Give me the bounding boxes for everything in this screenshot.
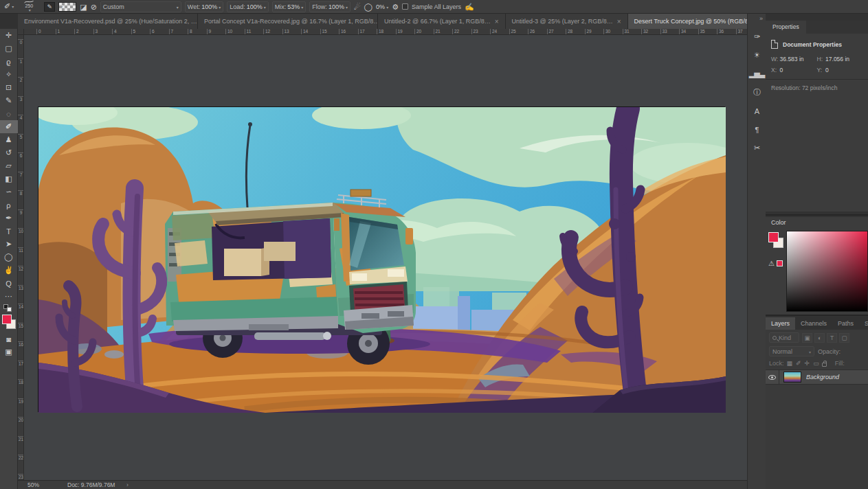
lock-label: Lock: — [769, 360, 784, 367]
smoothing-value[interactable]: 0% — [376, 3, 388, 10]
visibility-cell[interactable] — [766, 370, 779, 384]
foreground-color-swatch[interactable] — [2, 315, 12, 324]
ruler-number: 35 — [698, 29, 705, 35]
w-value[interactable]: 36.583 in — [780, 56, 817, 62]
status-flyout-arrow-icon[interactable]: › — [126, 481, 129, 488]
gamut-warning[interactable]: ⚠ — [768, 260, 783, 267]
crop-tool[interactable]: ⊡ — [0, 81, 18, 94]
brush-settings-icon[interactable]: ✑ — [748, 27, 766, 46]
smudge-tool[interactable]: ∽ — [0, 185, 18, 198]
load-control[interactable]: Load: 100% — [227, 1, 269, 12]
blend-mode-select[interactable]: Normal — [769, 346, 814, 356]
mixer-combination-select[interactable]: Custom — [100, 1, 181, 12]
h-value[interactable]: 17.056 in — [825, 56, 863, 62]
move-tool[interactable]: ✛ — [0, 29, 18, 42]
tab-color[interactable]: Color — [766, 217, 868, 229]
adjustments-icon[interactable]: ☀ — [748, 46, 766, 65]
lock-position-icon[interactable]: ✛ — [805, 360, 810, 367]
close-icon[interactable]: × — [617, 18, 621, 25]
ruler-vertical[interactable]: 01234567891011121314151617181920212223 — [18, 35, 24, 480]
dodge-tool[interactable]: ρ — [0, 198, 18, 212]
ruler-number: 1 — [56, 29, 60, 35]
smoothing-icon[interactable]: ◯ — [364, 1, 372, 13]
lock-transparency-icon[interactable]: ▦ — [787, 360, 793, 367]
clone-stamp-tool[interactable]: ♟ — [0, 133, 18, 146]
close-icon[interactable]: × — [495, 18, 499, 25]
info-icon[interactable]: ⓘ — [748, 83, 766, 102]
clean-brush-icon[interactable]: ⊘ — [91, 1, 97, 13]
eyedropper-tool[interactable]: ✎ — [0, 94, 18, 107]
history-brush-tool[interactable]: ↺ — [0, 146, 18, 159]
zoom-tool[interactable]: Q — [0, 277, 18, 290]
filter-kind-select[interactable]: Kind — [769, 332, 799, 343]
quick-mask-button[interactable]: ◙ — [0, 332, 18, 345]
brush-tool-icon[interactable]: ✐ — [4, 0, 14, 13]
spot-healing-tool[interactable]: ◌ — [0, 107, 18, 120]
sample-all-layers-checkbox[interactable] — [402, 3, 408, 10]
zoom-level-field[interactable]: 50% — [27, 481, 39, 488]
ruler-number: 23 — [18, 474, 24, 479]
lock-all-icon[interactable] — [822, 363, 827, 367]
y-value[interactable]: 0 — [825, 67, 863, 73]
mixer-load-icon[interactable]: ◪ — [80, 1, 87, 13]
default-swatches-button[interactable] — [0, 304, 18, 312]
brush-load-swatch[interactable] — [58, 2, 76, 12]
wet-control[interactable]: Wet: 100% — [185, 1, 223, 12]
tab-untitled-3[interactable]: Untitled-3 @ 25% (Layer 2, RGB/8… × — [506, 14, 628, 29]
color-picker-field[interactable] — [786, 231, 868, 312]
scissors-icon[interactable]: ✂ — [748, 139, 766, 157]
shape-tool[interactable]: ◯ — [0, 251, 18, 264]
x-value[interactable]: 0 — [780, 67, 817, 73]
filter-adjustment-layers-icon[interactable]: ◐ — [814, 333, 825, 343]
filter-shape-layers-icon[interactable]: ▢ — [839, 333, 849, 343]
tab-environment[interactable]: Environment V1a-Recovered.psd @ 25% (Hue… — [18, 14, 198, 29]
tab-portal-concept[interactable]: Portal Concept V1a-Recovered.jpg @ 16.7%… — [198, 14, 378, 29]
lock-artboard-icon[interactable]: ▭ — [813, 360, 819, 367]
brush-tool[interactable]: ✐ — [0, 120, 18, 133]
ruler-horizontal[interactable]: 0123456789101112131415161718192021222324… — [24, 29, 747, 35]
brush-settings-toggle-icon[interactable]: ✎ — [44, 2, 55, 12]
ruler-number: 5 — [131, 29, 136, 35]
ruler-number: 5 — [18, 134, 24, 139]
pen-tool[interactable]: ✒ — [0, 212, 18, 225]
gear-icon[interactable]: ⚙ — [392, 1, 399, 13]
filter-type-layers-icon[interactable]: T — [827, 333, 837, 343]
flow-control[interactable]: Flow: 100% — [309, 1, 350, 12]
gradient-tool[interactable]: ◧ — [0, 172, 18, 185]
tab-untitled-2[interactable]: Untitled-2 @ 66.7% (Layer 1, RGB/8… × — [378, 14, 506, 29]
load-value: 100% — [247, 3, 266, 10]
collapse-dock-icon[interactable]: » — [759, 15, 763, 22]
eraser-tool[interactable]: ▱ — [0, 159, 18, 172]
layer-thumbnail[interactable] — [783, 372, 801, 383]
character-icon[interactable]: A — [748, 102, 766, 120]
paragraph-icon[interactable]: ¶ — [748, 120, 766, 139]
canvas-area[interactable]: 0123456789101112131415161718192021222324… — [18, 29, 747, 480]
type-tool[interactable]: T — [0, 225, 18, 238]
quick-selection-tool[interactable]: ✧ — [0, 68, 18, 81]
mix-control[interactable]: Mix: 53% — [272, 1, 307, 12]
tab-paths[interactable]: Paths — [832, 317, 859, 330]
lasso-tool[interactable]: ϱ — [0, 55, 18, 68]
canvas-artwork[interactable] — [38, 106, 725, 412]
pressure-size-icon[interactable]: ✍ — [465, 1, 474, 13]
tab-layers[interactable]: Layers — [766, 317, 795, 330]
filter-pixel-layers-icon[interactable]: ▣ — [802, 333, 812, 343]
ruler-number: 9 — [207, 29, 212, 35]
lock-pixels-icon[interactable]: ✐ — [796, 360, 801, 367]
hand-tool[interactable]: ✌ — [0, 264, 18, 277]
path-selection-tool[interactable]: ➤ — [0, 238, 18, 251]
histogram-icon[interactable]: ▂▅▃ — [748, 65, 766, 83]
layer-row-background[interactable]: Background — [766, 369, 868, 385]
ruler-number: 17 — [358, 29, 365, 35]
screen-mode-button[interactable]: ▣ — [0, 345, 18, 359]
marquee-tool[interactable]: ▢ — [0, 42, 18, 55]
foreground-color-swatch[interactable] — [768, 232, 779, 242]
brush-preset-picker[interactable]: 250 — [17, 0, 41, 13]
tab-properties[interactable]: Properties — [766, 21, 806, 34]
airbrush-icon[interactable]: ☄ — [354, 1, 361, 13]
tab-swatches[interactable]: Swatches — [859, 317, 868, 330]
edit-toolbar-button[interactable]: ⋯ — [0, 290, 18, 303]
tab-channels[interactable]: Channels — [795, 317, 832, 330]
gamut-swatch[interactable] — [777, 260, 783, 266]
y-label: Y: — [817, 67, 826, 73]
